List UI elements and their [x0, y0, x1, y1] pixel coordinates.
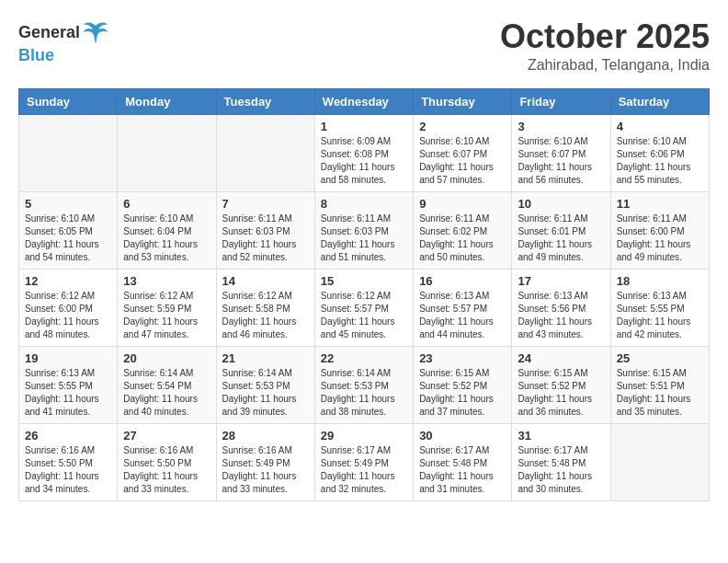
day-number: 25	[617, 351, 703, 365]
calendar-cell: 16Sunrise: 6:13 AMSunset: 5:57 PMDayligh…	[414, 269, 512, 346]
day-info: Sunrise: 6:12 AMSunset: 6:00 PMDaylight:…	[25, 290, 111, 341]
day-info: Sunrise: 6:14 AMSunset: 5:53 PMDaylight:…	[222, 367, 309, 419]
day-info: Sunrise: 6:13 AMSunset: 5:56 PMDaylight:…	[518, 290, 604, 341]
day-info: Sunrise: 6:16 AMSunset: 5:49 PMDaylight:…	[222, 444, 309, 496]
calendar-cell: 3Sunrise: 6:10 AMSunset: 6:07 PMDaylight…	[512, 114, 610, 191]
calendar-cell: 14Sunrise: 6:12 AMSunset: 5:58 PMDayligh…	[216, 269, 314, 346]
day-number: 10	[518, 197, 604, 211]
calendar-cell: 25Sunrise: 6:15 AMSunset: 5:51 PMDayligh…	[610, 346, 709, 423]
weekday-header-saturday: Saturday	[610, 88, 709, 114]
calendar-week-row: 5Sunrise: 6:10 AMSunset: 6:05 PMDaylight…	[19, 191, 710, 269]
day-info: Sunrise: 6:17 AMSunset: 5:48 PMDaylight:…	[419, 444, 506, 496]
calendar-table: SundayMondayTuesdayWednesdayThursdayFrid…	[18, 88, 710, 501]
day-number: 11	[617, 197, 703, 211]
calendar-cell: 10Sunrise: 6:11 AMSunset: 6:01 PMDayligh…	[512, 191, 610, 269]
day-info: Sunrise: 6:16 AMSunset: 5:50 PMDaylight:…	[123, 444, 210, 496]
calendar-cell: 8Sunrise: 6:11 AMSunset: 6:03 PMDaylight…	[314, 191, 413, 269]
calendar-cell: 27Sunrise: 6:16 AMSunset: 5:50 PMDayligh…	[118, 423, 216, 500]
calendar-cell	[19, 114, 118, 191]
day-number: 23	[419, 351, 506, 365]
calendar-cell: 9Sunrise: 6:11 AMSunset: 6:02 PMDaylight…	[414, 191, 512, 269]
weekday-header-tuesday: Tuesday	[216, 88, 314, 114]
calendar-cell: 20Sunrise: 6:14 AMSunset: 5:54 PMDayligh…	[118, 346, 216, 423]
calendar-cell: 12Sunrise: 6:12 AMSunset: 6:00 PMDayligh…	[19, 269, 118, 346]
day-number: 3	[518, 120, 604, 133]
day-number: 19	[25, 351, 111, 365]
calendar-week-row: 26Sunrise: 6:16 AMSunset: 5:50 PMDayligh…	[19, 423, 710, 500]
calendar-cell: 13Sunrise: 6:12 AMSunset: 5:59 PMDayligh…	[118, 269, 216, 346]
day-info: Sunrise: 6:15 AMSunset: 5:51 PMDaylight:…	[617, 367, 703, 419]
day-info: Sunrise: 6:15 AMSunset: 5:52 PMDaylight:…	[518, 367, 604, 419]
day-number: 16	[419, 274, 506, 288]
day-number: 7	[222, 197, 309, 211]
day-info: Sunrise: 6:11 AMSunset: 6:01 PMDaylight:…	[518, 213, 604, 264]
day-info: Sunrise: 6:13 AMSunset: 5:55 PMDaylight:…	[617, 290, 703, 341]
calendar-cell	[118, 114, 216, 191]
day-info: Sunrise: 6:12 AMSunset: 5:59 PMDaylight:…	[123, 290, 210, 341]
calendar-cell: 11Sunrise: 6:11 AMSunset: 6:00 PMDayligh…	[610, 191, 709, 269]
weekday-header-friday: Friday	[512, 88, 610, 114]
calendar-cell: 28Sunrise: 6:16 AMSunset: 5:49 PMDayligh…	[216, 423, 314, 500]
weekday-header-monday: Monday	[118, 88, 216, 114]
calendar-cell: 4Sunrise: 6:10 AMSunset: 6:06 PMDaylight…	[610, 114, 709, 191]
calendar-week-row: 19Sunrise: 6:13 AMSunset: 5:55 PMDayligh…	[19, 346, 710, 423]
day-number: 15	[321, 274, 407, 288]
logo-bird-icon	[82, 18, 109, 46]
calendar-cell: 22Sunrise: 6:14 AMSunset: 5:53 PMDayligh…	[314, 346, 413, 423]
day-info: Sunrise: 6:14 AMSunset: 5:53 PMDaylight:…	[321, 367, 407, 419]
day-info: Sunrise: 6:10 AMSunset: 6:07 PMDaylight:…	[419, 135, 506, 187]
calendar-cell: 24Sunrise: 6:15 AMSunset: 5:52 PMDayligh…	[512, 346, 610, 423]
calendar-cell: 2Sunrise: 6:10 AMSunset: 6:07 PMDaylight…	[414, 114, 512, 191]
day-number: 20	[123, 351, 210, 365]
day-number: 26	[25, 429, 111, 442]
day-number: 27	[123, 429, 210, 442]
calendar-cell: 6Sunrise: 6:10 AMSunset: 6:04 PMDaylight…	[118, 191, 216, 269]
day-number: 6	[123, 197, 210, 211]
day-number: 30	[419, 429, 506, 442]
weekday-header-sunday: Sunday	[19, 88, 118, 114]
calendar-cell: 7Sunrise: 6:11 AMSunset: 6:03 PMDaylight…	[216, 191, 314, 269]
calendar-cell: 1Sunrise: 6:09 AMSunset: 6:08 PMDaylight…	[314, 114, 413, 191]
calendar-cell: 23Sunrise: 6:15 AMSunset: 5:52 PMDayligh…	[414, 346, 512, 423]
calendar-cell: 17Sunrise: 6:13 AMSunset: 5:56 PMDayligh…	[512, 269, 610, 346]
day-info: Sunrise: 6:09 AMSunset: 6:08 PMDaylight:…	[321, 135, 407, 187]
weekday-header-wednesday: Wednesday	[314, 88, 413, 114]
calendar-cell	[610, 423, 709, 500]
day-info: Sunrise: 6:13 AMSunset: 5:57 PMDaylight:…	[419, 290, 506, 341]
weekday-header-thursday: Thursday	[414, 88, 512, 114]
calendar-cell: 19Sunrise: 6:13 AMSunset: 5:55 PMDayligh…	[19, 346, 118, 423]
day-number: 4	[617, 120, 703, 133]
day-info: Sunrise: 6:11 AMSunset: 6:03 PMDaylight:…	[321, 213, 407, 264]
day-number: 17	[518, 274, 604, 288]
day-number: 22	[321, 351, 407, 365]
day-number: 31	[518, 429, 604, 442]
day-number: 14	[222, 274, 309, 288]
calendar-header-row: SundayMondayTuesdayWednesdayThursdayFrid…	[19, 88, 710, 114]
day-number: 21	[222, 351, 309, 365]
day-info: Sunrise: 6:17 AMSunset: 5:49 PMDaylight:…	[321, 444, 407, 496]
day-number: 29	[321, 429, 407, 442]
day-number: 28	[222, 429, 309, 442]
day-info: Sunrise: 6:11 AMSunset: 6:02 PMDaylight:…	[419, 213, 506, 264]
logo: General Blue	[18, 18, 109, 65]
day-info: Sunrise: 6:16 AMSunset: 5:50 PMDaylight:…	[25, 444, 111, 496]
day-info: Sunrise: 6:15 AMSunset: 5:52 PMDaylight:…	[419, 367, 506, 419]
day-info: Sunrise: 6:10 AMSunset: 6:06 PMDaylight:…	[617, 135, 703, 187]
day-info: Sunrise: 6:12 AMSunset: 5:57 PMDaylight:…	[321, 290, 407, 341]
day-number: 2	[419, 120, 506, 133]
day-number: 8	[321, 197, 407, 211]
day-info: Sunrise: 6:17 AMSunset: 5:48 PMDaylight:…	[518, 444, 604, 496]
title-area: October 2025 Zahirabad, Telangana, India	[500, 18, 710, 74]
day-info: Sunrise: 6:10 AMSunset: 6:05 PMDaylight:…	[25, 213, 111, 264]
logo-blue-text: Blue	[18, 46, 54, 64]
day-info: Sunrise: 6:11 AMSunset: 6:03 PMDaylight:…	[222, 213, 309, 264]
day-number: 5	[25, 197, 111, 211]
calendar-week-row: 12Sunrise: 6:12 AMSunset: 6:00 PMDayligh…	[19, 269, 710, 346]
calendar-cell: 29Sunrise: 6:17 AMSunset: 5:49 PMDayligh…	[314, 423, 413, 500]
day-number: 1	[321, 120, 407, 133]
day-number: 12	[25, 274, 111, 288]
calendar-cell: 31Sunrise: 6:17 AMSunset: 5:48 PMDayligh…	[512, 423, 610, 500]
day-info: Sunrise: 6:10 AMSunset: 6:04 PMDaylight:…	[123, 213, 210, 264]
logo-general-text: General	[18, 23, 80, 42]
calendar-cell: 21Sunrise: 6:14 AMSunset: 5:53 PMDayligh…	[216, 346, 314, 423]
